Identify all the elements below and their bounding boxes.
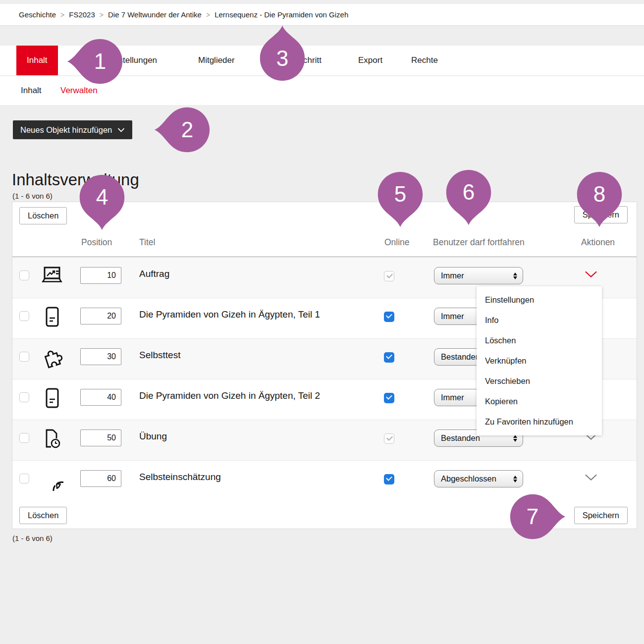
proceed-select-value: Bestanden — [441, 352, 480, 362]
row-select-checkbox[interactable] — [19, 392, 29, 402]
result-count-top: (1 - 6 von 6) — [12, 192, 53, 200]
assignment-laptop-icon — [41, 265, 63, 288]
item-title: Selbsttest — [139, 350, 180, 361]
learning-module-icon — [41, 306, 63, 328]
online-checkbox[interactable] — [384, 352, 394, 363]
item-title: Auftrag — [139, 268, 169, 279]
position-input[interactable] — [80, 308, 121, 324]
proceed-select-value: Immer — [441, 271, 464, 280]
ilias-content-admin-page: Geschichte > FS2023 > Die 7 Weltwunder d… — [0, 0, 644, 644]
tab-rechte[interactable]: Rechte — [411, 46, 438, 75]
column-header-actions: Aktionen — [581, 237, 615, 248]
position-input[interactable] — [80, 389, 121, 406]
select-arrows-icon — [513, 272, 517, 279]
tab-export[interactable]: Export — [358, 46, 382, 75]
breadcrumb-link-topic[interactable]: Die 7 Weltwunder der Antike — [108, 10, 202, 19]
online-checkbox[interactable] — [384, 474, 394, 484]
menu-item-kopieren[interactable]: Kopieren — [477, 391, 602, 412]
tab-einstellungen[interactable]: Einstellungen — [107, 46, 157, 75]
online-checkbox[interactable] — [384, 433, 394, 444]
row-select-checkbox[interactable] — [19, 433, 29, 443]
item-title: Die Pyramiden von Gizeh in Ägypten, Teil… — [139, 309, 320, 320]
menu-item-loeschen[interactable]: Löschen — [477, 330, 602, 351]
pin-icon — [145, 97, 211, 162]
chevron-down-icon — [117, 128, 125, 132]
row-select-checkbox[interactable] — [19, 474, 29, 483]
position-input[interactable] — [80, 348, 121, 365]
page-title: Inhaltsverwaltung — [12, 170, 139, 189]
position-input[interactable] — [80, 429, 121, 446]
breadcrumb-separator: > — [206, 11, 210, 19]
item-title: Selbsteinschätzung — [139, 472, 221, 483]
marker-number: 2 — [155, 97, 220, 162]
proceed-select-value: Immer — [441, 312, 464, 321]
actions-chevron-icon[interactable] — [585, 474, 597, 481]
menu-item-verknuepfen[interactable]: Verknüpfen — [477, 351, 602, 371]
save-button-top[interactable]: Speichern — [574, 206, 628, 223]
position-input[interactable] — [80, 267, 121, 284]
column-header-position: Position — [81, 237, 112, 248]
select-arrows-icon — [513, 435, 517, 442]
breadcrumb-separator: > — [60, 11, 64, 19]
main-tab-bar: Inhalt Einstellungen Mitglieder Lernfort… — [0, 46, 644, 75]
proceed-select-value: Immer — [441, 393, 464, 402]
position-input[interactable] — [80, 470, 121, 487]
actions-menu: Einstellungen Info Löschen Verknüpfen Ve… — [477, 286, 602, 435]
delete-button-top[interactable]: Löschen — [19, 207, 67, 224]
result-count-bottom: (1 - 6 von 6) — [12, 534, 53, 542]
online-checkbox[interactable] — [384, 393, 394, 403]
subtab-verwalten[interactable]: Verwalten — [60, 76, 98, 105]
breadcrumb-link-course[interactable]: Geschichte — [19, 10, 56, 19]
row-select-checkbox[interactable] — [19, 270, 29, 280]
menu-item-einstellungen[interactable]: Einstellungen — [477, 290, 602, 310]
breadcrumb-separator: > — [100, 11, 104, 19]
delete-button-bottom[interactable]: Löschen — [19, 507, 67, 524]
menu-item-info[interactable]: Info — [477, 310, 602, 330]
proceed-select[interactable]: Immer — [434, 267, 523, 284]
item-title: Die Pyramiden von Gizeh in Ägypten, Teil… — [139, 390, 320, 401]
column-header-proceed: Benutzer darf fortfahren — [433, 237, 525, 248]
column-header-online: Online — [384, 237, 410, 248]
proceed-select[interactable]: Abgeschlossen — [434, 470, 523, 487]
header-divider — [12, 257, 637, 257]
tab-inhalt[interactable]: Inhalt — [16, 46, 58, 75]
add-object-button[interactable]: Neues Objekt hinzufügen — [13, 120, 132, 139]
annotation-marker-2: 2 — [145, 97, 211, 162]
online-checkbox[interactable] — [384, 271, 394, 281]
sub-tab-bar: Inhalt Verwalten — [0, 76, 644, 105]
survey-pie-icon — [41, 468, 63, 491]
learning-module-icon — [41, 387, 63, 410]
breadcrumb-link-semester[interactable]: FS2023 — [69, 10, 95, 19]
breadcrumb-link-current[interactable]: Lernsequenz - Die Pyramiden von Gizeh — [215, 10, 348, 19]
actions-chevron-icon[interactable] — [585, 271, 597, 278]
test-puzzle-icon — [41, 346, 63, 369]
proceed-select-value: Bestanden — [441, 433, 480, 443]
add-object-label: Neues Objekt hinzufügen — [20, 125, 112, 135]
subtab-inhalt[interactable]: Inhalt — [21, 76, 42, 105]
online-checkbox[interactable] — [384, 312, 394, 322]
menu-item-zu-favoriten[interactable]: Zu Favoriten hinzufügen — [477, 412, 602, 432]
item-title: Übung — [139, 431, 167, 442]
select-arrows-icon — [513, 476, 517, 483]
save-button-bottom[interactable]: Speichern — [574, 507, 628, 524]
table-row: Selbsteinschätzung Abgeschlossen — [12, 461, 637, 501]
tab-lernfortschritt[interactable]: Lernfortschritt — [270, 46, 322, 75]
row-select-checkbox[interactable] — [19, 352, 29, 362]
proceed-select-value: Abgeschlossen — [441, 474, 496, 483]
menu-item-verschieben[interactable]: Verschieben — [477, 371, 602, 391]
breadcrumb: Geschichte > FS2023 > Die 7 Weltwunder d… — [0, 4, 644, 26]
exercise-clock-icon — [41, 428, 63, 450]
row-select-checkbox[interactable] — [19, 311, 29, 321]
tab-mitglieder[interactable]: Mitglieder — [198, 46, 235, 75]
column-header-title: Titel — [139, 237, 155, 248]
